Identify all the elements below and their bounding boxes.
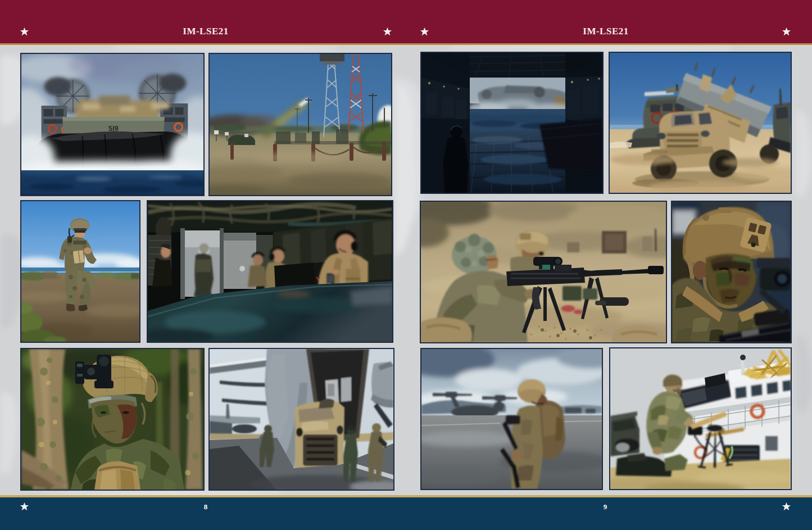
svg-text:5|9: 5|9	[108, 124, 119, 133]
